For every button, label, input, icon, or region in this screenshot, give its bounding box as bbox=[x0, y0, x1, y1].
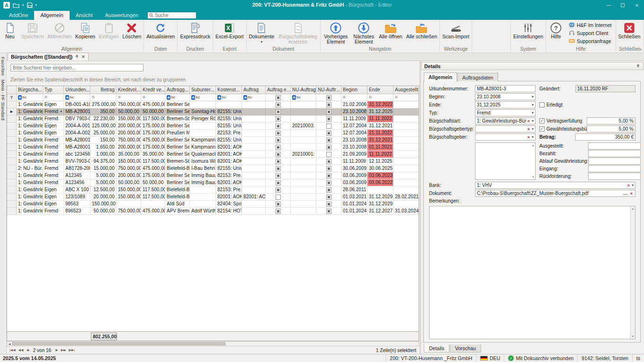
grid-cell-auftragg[interactable]: Preußen Mü... bbox=[165, 130, 190, 137]
grid-cell-ausgestellt[interactable] bbox=[394, 179, 419, 186]
scroll-left-arrow-icon[interactable]: ◀ bbox=[7, 342, 12, 346]
checkbox-on-icon[interactable] bbox=[326, 180, 331, 185]
ribbon-collapse-chevron-icon[interactable]: ˄ bbox=[640, 47, 642, 52]
clear-icon[interactable]: × bbox=[527, 135, 531, 140]
scroll-up-icon[interactable]: ▲ bbox=[532, 144, 535, 147]
grid-cell-ende[interactable]: 31.12.2029 bbox=[367, 194, 394, 201]
grid-cell-kostenst[interactable]: 82155: Univ... bbox=[216, 108, 242, 115]
filter-cell-typ[interactable]: = bbox=[43, 94, 64, 101]
grid-cell-beginn[interactable]: 11.11.2009 bbox=[341, 158, 367, 165]
grid-column-header-nu_auftr[interactable]: NU-Auftr... bbox=[316, 86, 341, 94]
grid-cell-kostenst[interactable]: 82153: Pre... bbox=[216, 172, 242, 179]
grid-column-header-ausgestellt[interactable]: Ausgestellt bbox=[394, 86, 419, 94]
dokumente-button[interactable]: Dokumente ▾ bbox=[247, 20, 277, 46]
chevron-down-icon[interactable]: ▾ bbox=[531, 135, 534, 139]
grid-cell-nu_auftrag[interactable] bbox=[291, 201, 316, 208]
grid-cell-beginn[interactable]: 01.01.2024 bbox=[341, 201, 367, 208]
grid-cell-typ[interactable]: Fremd bbox=[43, 158, 64, 165]
grid-cell-auftragg[interactable]: Bielefeld-Ba... bbox=[165, 186, 190, 194]
aktualisieren-button[interactable]: Aktualisieren bbox=[144, 20, 177, 46]
grid-cell-kostenst[interactable]: 82001: AOK... bbox=[216, 151, 242, 158]
grid-cell-betrag[interactable]: 125.000,00 bbox=[90, 123, 116, 130]
grid-cell-nu_auftrag[interactable] bbox=[291, 165, 316, 172]
filter-cell-ausgestellt[interactable]: = bbox=[394, 94, 419, 101]
grid-cell-kreditvol[interactable]: 50.000,00 bbox=[116, 179, 141, 186]
grid-cell-typ[interactable]: Eigen bbox=[43, 130, 64, 137]
grid-cell-nu_auftr[interactable] bbox=[316, 158, 341, 165]
grid-cell-nu_auftrag[interactable] bbox=[291, 186, 316, 194]
grid-cell-buergschaftsart[interactable]: 1: Gewährle... bbox=[17, 179, 43, 186]
grid-column-header-buergschaftsart[interactable]: Bürgscha... bbox=[17, 86, 43, 94]
chevron-down-icon[interactable]: ▾ bbox=[531, 103, 534, 107]
ablauf-gewaehrleistung-field[interactable]: ▾ bbox=[588, 158, 641, 165]
grid-cell-auftrag[interactable]: 82001: AOK... bbox=[242, 194, 266, 201]
grid-cell-ausgestellt[interactable] bbox=[394, 123, 419, 130]
einstellungen-button[interactable]: Einstellungen bbox=[511, 20, 545, 46]
grid-cell-beginn[interactable]: 23.10.2008 bbox=[341, 108, 367, 115]
grid-cell-kostenst[interactable]: 82404: Spo... bbox=[216, 201, 242, 208]
scroll-up-icon[interactable]: ▲ bbox=[632, 207, 635, 210]
pager-prev-button[interactable]: ◀ bbox=[25, 348, 30, 352]
grid-cell-subunter[interactable]: Quakernack... bbox=[190, 151, 216, 158]
grid-cell-buergschaftsart[interactable]: 1: Gewährle... bbox=[17, 208, 43, 215]
grid-cell-betrag[interactable]: 150.000,00 bbox=[90, 201, 116, 208]
grid-cell-auftragg[interactable]: Aldi Süd bbox=[165, 201, 190, 208]
chevron-down-icon[interactable]: ▾ bbox=[531, 95, 534, 99]
grid-cell-kreditvol[interactable]: 200.000,00 bbox=[116, 130, 141, 137]
pager-last-button[interactable]: ▶▶| bbox=[67, 348, 76, 352]
close-tab-icon[interactable]: ✕ bbox=[81, 54, 85, 59]
grid-cell-nu_auftr[interactable] bbox=[316, 186, 341, 194]
grid-cell-auftrag[interactable] bbox=[242, 123, 266, 130]
grid-cell-kredit_ve[interactable]: 117.500,00 bbox=[141, 186, 165, 194]
grid-cell-typ[interactable]: Fremd bbox=[43, 144, 64, 151]
grid-cell-betrag[interactable]: 150,00 bbox=[90, 137, 116, 144]
grid-column-header-auftragg[interactable]: Auftragg... bbox=[165, 86, 190, 94]
grid-cell-beginn[interactable]: 28.06.2011 bbox=[341, 186, 367, 194]
grid-cell-auftragg[interactable]: APV Bremen bbox=[165, 208, 190, 215]
grid-cell-betrag[interactable]: 22.230,00 bbox=[90, 115, 116, 123]
grid-cell-auftragg[interactable]: Bremen-Sta... bbox=[165, 158, 190, 165]
bank-field[interactable]: 1: VHV×▾ bbox=[475, 182, 635, 189]
grid-cell-ausgestellt[interactable] bbox=[394, 186, 419, 194]
grid-cell-beginn[interactable]: 03.06.2009 bbox=[341, 172, 367, 179]
checkbox-off-icon[interactable] bbox=[326, 152, 331, 157]
grid-cell-ausgestellt[interactable] bbox=[394, 101, 419, 108]
grid-cell-ende[interactable]: 31.12.2029 bbox=[367, 201, 394, 208]
expressdruck-button[interactable]: Expressdruck bbox=[178, 20, 212, 46]
grid-cell-betrag[interactable]: 15.000,00 bbox=[90, 165, 116, 172]
filter-cell-auftragg[interactable]: abc bbox=[165, 94, 190, 101]
scan-import-button[interactable]: Scan-Import bbox=[440, 20, 471, 46]
grid-cell-kredit_ve[interactable]: 117.500,00 bbox=[141, 194, 165, 201]
grid-cell-urkunden[interactable]: DB-001-A10 bbox=[64, 101, 90, 108]
bezahlt-field[interactable]: ▾ bbox=[588, 150, 641, 157]
grid-cell-kreditvol[interactable]: 750.000,00 bbox=[116, 165, 141, 172]
grid-cell-auftrag_e[interactable] bbox=[266, 151, 291, 158]
grid-cell-beginn[interactable]: 21.02.2006 bbox=[341, 101, 367, 108]
close-window-button[interactable]: ✕ bbox=[630, 0, 644, 10]
grid-cell-kreditvol[interactable]: 200.000,00 bbox=[116, 144, 141, 151]
chevron-down-icon[interactable]: ▾ bbox=[631, 183, 634, 187]
textarea-scrollbar[interactable]: ▲▼ bbox=[630, 206, 635, 339]
grid-cell-auftrag_e[interactable] bbox=[266, 208, 291, 215]
grid-cell-auftrag_e[interactable] bbox=[266, 179, 291, 186]
grid-cell-kreditvol[interactable]: 150.000,00 bbox=[116, 194, 141, 201]
grid-column-header-auftrag[interactable]: Auftrag bbox=[242, 86, 266, 94]
grid-cell-typ[interactable]: Eigen bbox=[43, 201, 64, 208]
filter-cell-auftrag_e[interactable] bbox=[266, 94, 291, 101]
grid-cell-auftragg[interactable]: Berliner Senat bbox=[165, 179, 190, 186]
checkbox-on-icon[interactable] bbox=[326, 131, 331, 136]
grid-cell-subunter[interactable] bbox=[190, 101, 216, 108]
grid-cell-buergschaftsart[interactable]: 1: Gewährle... bbox=[17, 194, 43, 201]
checkbox-on-icon[interactable] bbox=[326, 173, 331, 178]
grid-cell-nu_auftr[interactable] bbox=[316, 137, 341, 144]
grid-cell-subunter[interactable] bbox=[190, 123, 216, 130]
checkbox-off-icon[interactable] bbox=[326, 124, 331, 129]
grid-cell-nu_auftr[interactable] bbox=[316, 130, 341, 137]
grid-cell-beginn[interactable]: 30.06.2009 bbox=[341, 165, 367, 172]
grid-cell-kostenst[interactable]: 82001: AOK... bbox=[216, 144, 242, 151]
dropdown-arrow-icon[interactable]: ▾ bbox=[60, 108, 62, 115]
filter-cell-nu_auftr[interactable] bbox=[316, 94, 341, 101]
pin-icon[interactable] bbox=[75, 54, 79, 60]
grid-cell-kostenst[interactable]: 82153: Pre... bbox=[216, 130, 242, 137]
grid-cell-buergschaftsart[interactable]: 1: Gewährle... bbox=[17, 151, 43, 158]
